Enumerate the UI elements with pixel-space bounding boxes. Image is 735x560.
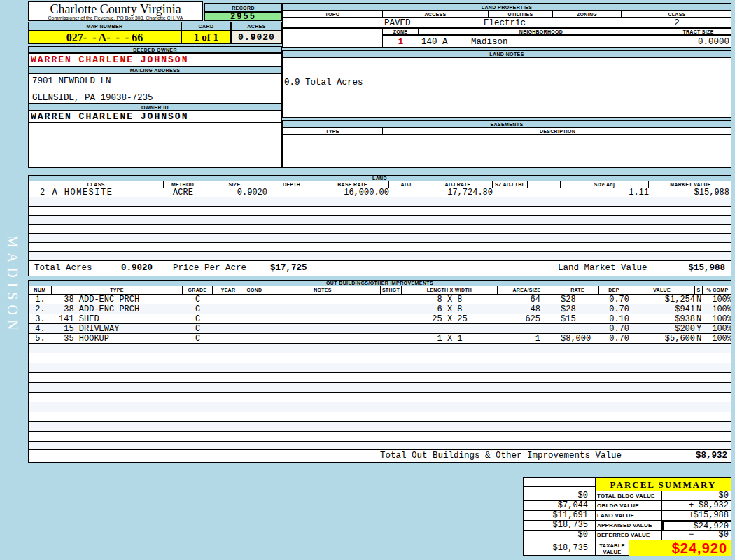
col-pct-comp: % COMP bbox=[703, 286, 732, 294]
ob-pct-comp: 100% bbox=[703, 324, 732, 334]
class-value: 2 bbox=[622, 18, 732, 29]
ps-sign: − bbox=[689, 531, 694, 540]
acres-label: ACRES bbox=[231, 22, 282, 31]
ob-num: 3. bbox=[29, 314, 52, 324]
ps-value: $8,932 bbox=[699, 501, 729, 510]
ob-area-size: 64 bbox=[498, 295, 540, 304]
ob-type: 35 HOOKUP bbox=[59, 334, 109, 344]
land-base-rate: 16,000.00 bbox=[316, 188, 393, 197]
ob-rate: $28 bbox=[561, 295, 576, 304]
parcel-summary-corner-cell bbox=[524, 478, 596, 491]
empty-row bbox=[29, 373, 731, 383]
ob-num: 5. bbox=[29, 334, 52, 344]
county-title: Charlotte County Virginia bbox=[29, 3, 202, 15]
ob-s: Y bbox=[695, 324, 703, 334]
col-land-size: SIZE bbox=[202, 181, 267, 188]
access-value: PAVED bbox=[384, 18, 411, 29]
out-building-row: 1. 38 ADD-ENC PRCH C 8 X 8 64 $28 0.70 $… bbox=[29, 295, 731, 304]
col-land-adj: ADJ bbox=[389, 181, 424, 188]
land-row: 2 A HOMESITE ACRE 0.9020 16,000.00 17,72… bbox=[29, 188, 731, 197]
owner-id-value: WARREN CHARLENE JOHNSON bbox=[28, 111, 282, 122]
ob-total-label: Total Out Buildings & Other Improvements… bbox=[380, 450, 622, 461]
land-method: ACRE bbox=[164, 188, 202, 197]
ob-grade: C bbox=[183, 334, 213, 344]
empty-row bbox=[29, 234, 731, 243]
col-zone: ZONE bbox=[383, 29, 419, 34]
ps-prior-value: $0 bbox=[524, 491, 596, 501]
ps-taxable-prior: $18,735 bbox=[524, 540, 596, 556]
col-year: YEAR bbox=[213, 286, 244, 294]
land-market-value-total: $15,988 bbox=[688, 261, 725, 276]
ob-length-width: 6 X 8 bbox=[402, 304, 498, 314]
ob-num: 1. bbox=[29, 295, 52, 304]
out-buildings-table: OUT BUILDINGS/OTHER IMPROVEMENTS NUM TYP… bbox=[28, 280, 732, 463]
empty-row bbox=[29, 393, 731, 402]
col-num: NUM bbox=[29, 286, 52, 294]
deeded-owner-label: DEEDED OWNER bbox=[28, 46, 282, 53]
ob-s: N bbox=[695, 314, 703, 324]
land-properties-values-row: PAVED Electric 2 bbox=[282, 18, 732, 28]
ob-rate: $8,000 bbox=[561, 334, 591, 344]
county-title-box: Charlotte County Virginia Commissioner o… bbox=[28, 1, 203, 21]
price-per-acre-value: $17,725 bbox=[270, 261, 307, 276]
ps-prior-value: $18,735 bbox=[524, 521, 596, 531]
out-buildings-title: OUT BUILDINGS/OTHER IMPROVEMENTS bbox=[29, 281, 731, 286]
mailing-address-label: MAILING ADDRESS bbox=[28, 66, 282, 74]
ob-rate: $15 bbox=[561, 314, 576, 324]
empty-row bbox=[29, 363, 731, 373]
col-sthgt: STHGT bbox=[381, 286, 402, 294]
empty-row bbox=[29, 383, 731, 393]
total-acres-value: 0.9020 bbox=[121, 261, 153, 276]
col-rate: RATE bbox=[556, 286, 599, 294]
col-tract-size: TRACT SIZE bbox=[664, 29, 732, 34]
col-land-depth: DEPTH bbox=[267, 181, 316, 188]
easements-title: EASEMENTS bbox=[282, 120, 732, 127]
ps-prior-value: $7,044 bbox=[524, 501, 596, 511]
ob-dep: 0.70 bbox=[599, 324, 631, 334]
record-label: RECORD bbox=[204, 4, 282, 12]
out-building-row: 4. 15 DRIVEWAY C 0.70 $200 Y 100% bbox=[29, 324, 731, 334]
divider bbox=[524, 486, 595, 487]
land-table: LAND CLASS METHOD SIZE DEPTH BASE RATE A… bbox=[28, 175, 732, 276]
land-market-value: $15,988 bbox=[649, 188, 731, 197]
empty-row bbox=[29, 206, 731, 216]
ob-value: $5,600 bbox=[629, 334, 696, 344]
property-record-card: Charlotte County Virginia Commissioner o… bbox=[0, 0, 735, 560]
ob-value: $941 bbox=[629, 304, 696, 314]
ob-dep: 0.10 bbox=[599, 314, 631, 324]
parcel-summary: PARCEL SUMMARY $0 TOTAL BLDG VALUE $0 $7… bbox=[523, 477, 732, 556]
land-properties-title: LAND PROPERTIES bbox=[282, 4, 732, 10]
ob-grade: C bbox=[183, 295, 213, 304]
easements-empty-area bbox=[282, 134, 732, 168]
topo-value-area bbox=[282, 28, 383, 48]
owner-empty-area bbox=[28, 122, 282, 168]
ob-dep: 0.70 bbox=[599, 304, 631, 314]
col-topo: TOPO bbox=[283, 11, 383, 17]
land-size: 0.9020 bbox=[202, 188, 270, 197]
col-land-size-adj: Size Adj bbox=[561, 181, 649, 188]
map-number-value: 027- - A- - - 66 bbox=[28, 31, 181, 44]
ps-row-label: APPRAISED VALUE bbox=[596, 521, 662, 531]
ob-s: N bbox=[695, 295, 703, 304]
address-line2: GLENSIDE, PA 19038-7235 bbox=[32, 93, 153, 103]
empty-row bbox=[29, 422, 731, 432]
ob-value: $1,254 bbox=[629, 295, 696, 304]
ps-row-label: OBLDG VALUE bbox=[596, 501, 662, 511]
empty-row bbox=[29, 252, 731, 261]
col-easement-description: DESCRIPTION bbox=[383, 128, 732, 134]
col-dep: DEP bbox=[599, 286, 629, 294]
ps-taxable-label: TAXABLE VALUE bbox=[596, 540, 629, 556]
ob-dep: 0.70 bbox=[599, 295, 631, 304]
col-s: S bbox=[695, 286, 703, 294]
parcel-summary-title: PARCEL SUMMARY bbox=[596, 478, 731, 491]
col-easement-type: TYPE bbox=[283, 128, 383, 134]
ob-s: N bbox=[695, 334, 703, 344]
ps-row-value-cell: − $0 bbox=[662, 531, 731, 540]
land-market-value-label: Land Market Value bbox=[558, 261, 648, 276]
ps-row-value-cell: + $15,988 bbox=[662, 511, 731, 521]
ob-length-width: 25 X 25 bbox=[402, 314, 498, 324]
out-building-row: 3. 141 SHED C 25 X 25 625 $15 0.10 $938 … bbox=[29, 314, 731, 324]
ob-type: 38 ADD-ENC PRCH bbox=[59, 295, 139, 304]
empty-row bbox=[29, 197, 731, 206]
ob-pct-comp: 100% bbox=[703, 314, 732, 324]
